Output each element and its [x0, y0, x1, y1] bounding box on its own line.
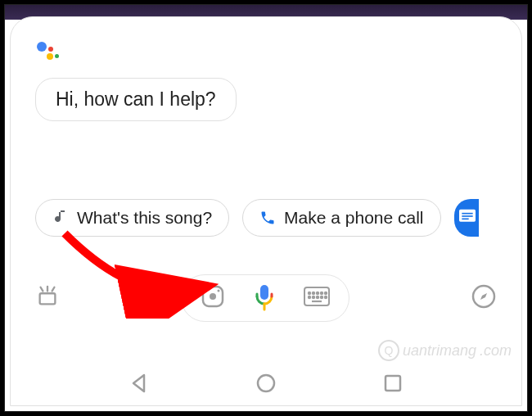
svg-point-10	[218, 290, 220, 292]
logo-dot-green	[55, 54, 59, 58]
music-note-icon	[52, 210, 69, 226]
keyboard-icon[interactable]	[303, 286, 331, 310]
watermark: Q uantrimang.com	[378, 340, 512, 361]
chip-label: What's this song?	[77, 208, 212, 228]
explore-icon[interactable]	[471, 283, 497, 313]
frame: Hi, how can I help? What's this song? Ma…	[4, 4, 528, 412]
svg-point-22	[313, 296, 314, 298]
svg-line-7	[52, 287, 55, 292]
mic-icon[interactable]	[254, 283, 275, 313]
nav-back-button[interactable]	[128, 373, 150, 397]
svg-point-20	[325, 292, 327, 294]
svg-point-18	[317, 292, 318, 294]
updates-icon[interactable]	[35, 284, 60, 312]
svg-point-21	[309, 296, 310, 298]
logo-dot-blue	[37, 42, 47, 52]
phone-icon	[259, 210, 276, 226]
svg-rect-1	[462, 213, 472, 215]
nav-home-button[interactable]	[255, 373, 277, 397]
svg-point-25	[325, 296, 327, 298]
svg-point-28	[258, 375, 274, 391]
lens-icon[interactable]	[200, 283, 226, 313]
nav-recent-button[interactable]	[382, 373, 404, 397]
logo-dot-red	[48, 47, 53, 52]
chip-label: Make a phone call	[284, 208, 423, 228]
assistant-card: Hi, how can I help? What's this song? Ma…	[10, 16, 522, 406]
svg-point-17	[313, 292, 314, 294]
svg-rect-0	[459, 210, 476, 222]
chip-send-message[interactable]	[454, 199, 479, 237]
svg-rect-11	[260, 285, 268, 300]
watermark-q-icon: Q	[378, 340, 399, 361]
svg-rect-4	[40, 293, 56, 304]
watermark-suffix: .com	[480, 342, 512, 359]
svg-point-16	[309, 292, 310, 294]
logo-dot-yellow	[47, 53, 53, 60]
chip-whats-this-song[interactable]: What's this song?	[35, 199, 229, 237]
watermark-text: uantrimang	[403, 342, 476, 359]
svg-line-5	[41, 287, 43, 292]
assistant-logo	[37, 42, 60, 63]
bottom-row	[11, 274, 521, 322]
input-pill	[181, 274, 349, 322]
svg-point-23	[317, 296, 318, 298]
svg-point-19	[321, 292, 322, 294]
suggestion-chips-row: What's this song? Make a phone call	[35, 199, 521, 237]
svg-rect-2	[462, 215, 472, 217]
android-nav-bar	[11, 373, 521, 397]
chip-make-phone-call[interactable]: Make a phone call	[242, 199, 440, 237]
svg-rect-3	[462, 219, 468, 220]
greeting-bubble: Hi, how can I help?	[35, 78, 237, 121]
svg-rect-29	[385, 376, 400, 391]
svg-point-24	[321, 296, 322, 298]
svg-point-9	[210, 293, 216, 300]
message-icon	[459, 208, 476, 228]
greeting-text: Hi, how can I help?	[56, 88, 216, 110]
